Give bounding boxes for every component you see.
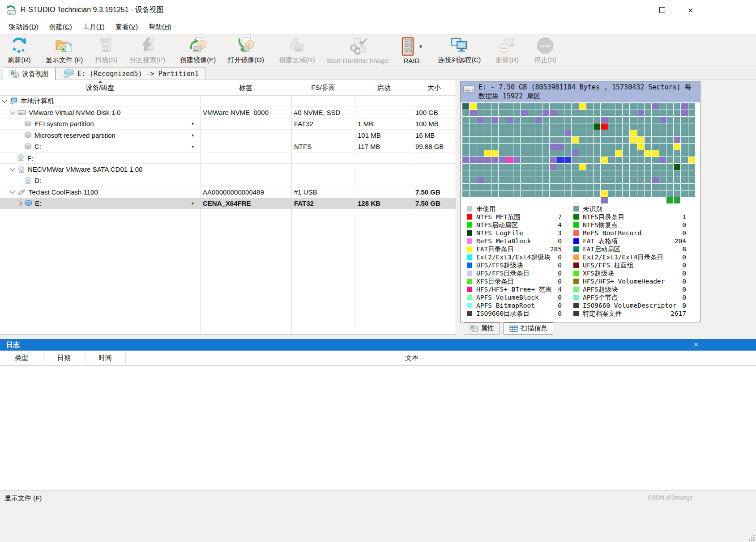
scan-block xyxy=(688,103,695,110)
scan-block xyxy=(681,150,688,157)
menu-item-3[interactable]: 查看(V) xyxy=(110,21,143,33)
column-header-1[interactable]: 标签 xyxy=(200,80,291,95)
menu-item-4[interactable]: 帮助(H) xyxy=(143,21,177,33)
fs-cell: #1 USB xyxy=(294,186,354,197)
close-button[interactable]: × xyxy=(684,4,697,17)
device-row-7[interactable]: D: xyxy=(0,175,456,186)
log-column-header-1[interactable]: 日期 xyxy=(43,351,85,365)
scan-block xyxy=(601,170,607,177)
device-row-8[interactable]: Teclast CoolFlash 1100AA00000000000489#1… xyxy=(0,186,456,198)
toolbar-button-open-image[interactable]: 打开镜像(O) xyxy=(222,34,270,67)
column-header-4[interactable]: 大小 xyxy=(413,80,456,95)
scan-block xyxy=(623,123,629,130)
legend-count: 2617 xyxy=(671,310,686,317)
row-dropdown-icon[interactable]: ▾ xyxy=(192,130,194,140)
tab-scan-info[interactable]: 扫描信息 xyxy=(504,322,553,335)
scan-block xyxy=(506,103,513,110)
scan-block xyxy=(630,144,636,150)
legend-label: ReFS MetaBlock xyxy=(476,237,531,245)
device-row-6[interactable]: NECVMWar VMware SATA CD01 1.00 xyxy=(0,164,456,175)
scan-block xyxy=(542,110,549,116)
legend-count: 0 xyxy=(682,229,686,237)
scan-block xyxy=(579,164,586,170)
device-row-4[interactable]: C:▾NTFS117 MB99.88 GB xyxy=(0,141,456,152)
menu-item-1[interactable]: 创建(C) xyxy=(44,21,77,33)
scan-block xyxy=(586,103,593,110)
row-dropdown-icon[interactable]: ▾ xyxy=(192,141,194,152)
log-column-header-0[interactable]: 类型 xyxy=(0,351,43,365)
scan-block xyxy=(637,144,644,150)
legend-color-swatch xyxy=(573,279,579,284)
scan-block xyxy=(659,191,666,197)
device-row-1[interactable]: VMware Virtual NVMe Disk 1.0VMWare NVME_… xyxy=(0,107,456,118)
log-column-header-2[interactable]: 时间 xyxy=(85,351,125,365)
scan-block xyxy=(586,117,593,123)
scan-block xyxy=(564,157,571,163)
maximize-button[interactable] xyxy=(655,4,669,17)
scan-block xyxy=(528,117,535,123)
minimize-button[interactable] xyxy=(627,4,640,17)
chevron-down-icon[interactable]: ▼ xyxy=(418,44,423,49)
device-name: VMware Virtual NVMe Disk 1.0 xyxy=(29,109,121,116)
device-row-5[interactable]: F: xyxy=(0,152,456,164)
menu-item-0[interactable]: 驱动器(D) xyxy=(4,21,44,33)
row-dropdown-icon[interactable]: ▾ xyxy=(192,119,194,129)
fs-cell xyxy=(294,96,354,106)
size-cell xyxy=(415,96,455,106)
boot-cell xyxy=(358,152,412,163)
column-header-0[interactable]: 设备/磁盘 xyxy=(0,80,200,95)
column-header-3[interactable]: 启动 xyxy=(355,80,413,95)
status-hint: 显示文件 (F) xyxy=(4,494,42,503)
scan-block xyxy=(572,144,578,150)
collapse-chevron-icon[interactable] xyxy=(10,166,15,171)
scan-block xyxy=(521,191,527,197)
scan-block xyxy=(666,177,673,183)
log-column-header-3[interactable]: 文本 xyxy=(125,351,698,365)
toolbar-button-create-image[interactable]: 创建镜像(E) xyxy=(174,34,222,67)
legend-count: 8 xyxy=(682,246,686,253)
scan-block xyxy=(637,137,644,143)
scan-block-map[interactable] xyxy=(462,103,695,203)
legend-color-swatch xyxy=(467,287,472,292)
device-row-0[interactable]: 本地计算机 xyxy=(0,96,456,107)
scan-block xyxy=(506,170,513,177)
scan-block xyxy=(572,110,578,116)
tab-device-view[interactable]: i设备视图 xyxy=(3,67,56,80)
menu-item-2[interactable]: 工具(T) xyxy=(77,21,110,33)
toolbar-button-label: 连接到远程(C) xyxy=(438,56,481,64)
scan-block xyxy=(528,137,535,143)
toolbar-button-raid[interactable]: ▼RAID xyxy=(394,34,429,67)
collapse-chevron-icon[interactable] xyxy=(10,109,15,114)
tab-properties[interactable]: i属性 xyxy=(464,322,500,335)
partition-icon xyxy=(24,143,32,150)
legend-item: APFS BitmapRoot0 xyxy=(467,302,562,309)
scan-block xyxy=(688,177,695,183)
scan-block xyxy=(645,177,651,183)
toolbar-button-refresh[interactable]: 刷新(R) xyxy=(2,34,37,67)
scan-block xyxy=(601,130,607,136)
toolbar-button-connect-remote[interactable]: 连接到远程(C) xyxy=(432,34,487,67)
toolbar-button-show-files[interactable]: 显示文件 (F) xyxy=(40,34,89,67)
legend-count: 0 xyxy=(558,310,562,317)
tab-recognized-partition[interactable]: Rec.E: (Recognized5) -> Partition1 xyxy=(56,67,205,80)
app-window: R-STUDIO Technician 9.3.191251 - 设备视图 × … xyxy=(0,0,756,542)
expand-chevron-icon[interactable] xyxy=(17,201,22,206)
scan-block xyxy=(542,177,549,183)
splitter[interactable] xyxy=(0,335,756,339)
log-close-icon[interactable]: × xyxy=(690,339,702,351)
legend-color-swatch xyxy=(573,222,579,228)
row-dropdown-icon[interactable]: ▾ xyxy=(192,198,194,209)
device-row-3[interactable]: Microsoft reserved partition▾101 MB16 MB xyxy=(0,130,456,141)
scan-block xyxy=(513,184,520,190)
scan-block xyxy=(594,144,600,150)
column-header-2[interactable]: FS/界面 xyxy=(291,80,355,95)
collapse-chevron-icon[interactable] xyxy=(2,98,7,103)
device-row-9[interactable]: E:▾CENA_X64FREFAT32128 KB7.50 GB xyxy=(0,198,456,209)
device-row-2[interactable]: EFI system partition▾FAT321 MB100 MB xyxy=(0,119,456,130)
legend-color-swatch xyxy=(573,246,579,252)
scan-block xyxy=(499,123,505,130)
resize-grip[interactable] xyxy=(748,534,755,541)
scan-block xyxy=(652,144,658,150)
scan-block xyxy=(579,137,586,143)
collapse-chevron-icon[interactable] xyxy=(10,189,15,194)
